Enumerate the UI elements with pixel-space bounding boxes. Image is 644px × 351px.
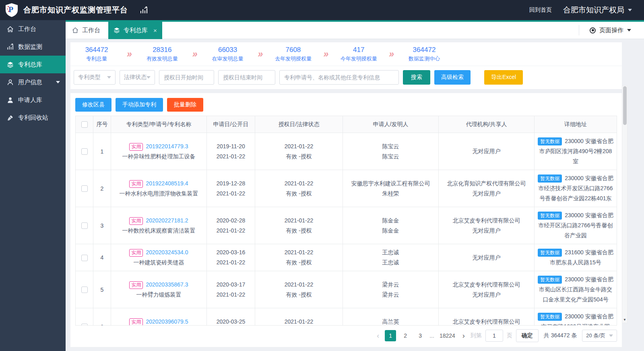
- apply-date: 2020-03-25: [209, 317, 252, 326]
- sidebar-item-patent-library[interactable]: 专利总库: [0, 56, 66, 73]
- org-name: 合肥市知识产权局: [563, 5, 624, 15]
- patent-table: 序号 专利类型/申请号/专利名称 申请日/公开日 授权日/法律状态 申请人/发明…: [75, 116, 617, 326]
- applicant-name: 安徽思宇水利建设工程有限公司: [345, 179, 436, 189]
- scrollbar-down-arrow-icon[interactable]: ▼: [622, 318, 627, 322]
- sidebar-item-user-info[interactable]: 用户信息: [0, 73, 66, 91]
- legal-status-select[interactable]: 法律状态: [120, 70, 155, 85]
- cell-select: [76, 308, 93, 326]
- cell-select: [76, 207, 93, 244]
- cell-select: [76, 244, 93, 271]
- vertical-scrollbar[interactable]: ▼: [622, 85, 627, 323]
- grant-date: 2021-01-22: [258, 141, 340, 152]
- sidebar-item-workbench[interactable]: 工作台: [0, 20, 66, 38]
- goto-page-input[interactable]: [485, 330, 503, 342]
- prev-page-button[interactable]: ‹: [375, 332, 381, 340]
- applicant-name: 高兰英: [345, 317, 436, 326]
- org-dropdown[interactable]: 合肥市知识产权局: [563, 5, 632, 15]
- patent-name: 一种臂力锻炼装置: [114, 290, 204, 300]
- legal-status: 有效 -授权: [258, 189, 340, 199]
- tab-workbench[interactable]: 工作台: [72, 27, 100, 34]
- select-all-checkbox[interactable]: [81, 121, 88, 128]
- stat-pending-inventions[interactable]: 66033 在审发明总量: [203, 46, 252, 62]
- agency-name: 北京化育知识产权代理有限公司: [441, 179, 532, 189]
- agency-user: 无对应用户: [441, 189, 532, 199]
- page-actions-dropdown[interactable]: 页面操作: [579, 25, 631, 35]
- scrollbar-thumb[interactable]: [623, 86, 627, 125]
- stat-label: 今年发明授权量: [334, 55, 383, 62]
- select-value: 法律状态: [124, 74, 147, 81]
- goto-label: 到第: [471, 332, 482, 339]
- layers-icon: [7, 61, 14, 68]
- tab-patent-library[interactable]: 专利总库 ×: [108, 22, 162, 39]
- sidebar-item-data-monitor[interactable]: 数据监测: [0, 38, 66, 56]
- close-icon[interactable]: ×: [153, 27, 157, 34]
- applicant-name: 陈金金: [345, 216, 436, 226]
- search-button[interactable]: 搜索: [403, 70, 430, 85]
- header-agency: 代理机构/共享人: [439, 116, 535, 133]
- patent-number-link[interactable]: 202020335867.3: [146, 281, 188, 288]
- row-checkbox[interactable]: [81, 255, 88, 261]
- page-number-last[interactable]: 18224: [438, 330, 457, 341]
- patent-number-link[interactable]: 202020396079.5: [146, 318, 188, 325]
- patent-number-link[interactable]: 201922408519.4: [146, 180, 188, 187]
- sidebar-item-applicant-library[interactable]: 申请人库: [0, 91, 66, 109]
- chevrons-right-icon: »: [127, 49, 132, 60]
- svg-text:P: P: [8, 5, 13, 14]
- patent-number-link[interactable]: 201922014779.3: [146, 143, 188, 150]
- chevrons-right-icon: »: [323, 49, 328, 60]
- stat-label: 在审发明总量: [203, 55, 252, 62]
- cell-patent: 实用202020324534.0 一种建筑瓷砖美缝器: [111, 244, 207, 271]
- cell-applicant: 陈宝云 陈宝云: [343, 133, 439, 170]
- advanced-search-button[interactable]: 高级检索: [434, 70, 471, 85]
- back-home-link[interactable]: 回到首页: [529, 6, 552, 14]
- grant-start-date-input[interactable]: [159, 70, 214, 85]
- sidebar-item-label: 专利总库: [18, 61, 42, 69]
- no-data-badge: 暂无数据: [538, 276, 562, 284]
- sidebar-item-recycle-bin[interactable]: 专利回收站: [0, 109, 66, 127]
- stat-data-monitor-center[interactable]: 364472 数据监测中心: [400, 46, 449, 62]
- page-number-3[interactable]: 3: [415, 330, 426, 341]
- sidebar-item-label: 用户信息: [18, 79, 42, 86]
- page-number-2[interactable]: 2: [400, 330, 411, 341]
- pagination-bar: ‹ 1 2 3 ... 18224 › 到第 页 确定 共 364472 条 2…: [75, 326, 617, 342]
- patent-number-link[interactable]: 202020227181.2: [146, 217, 188, 224]
- grant-date: 2021-01-22: [258, 247, 340, 258]
- next-page-button[interactable]: ›: [460, 332, 467, 340]
- edit-district-button[interactable]: 修改区县: [75, 98, 111, 112]
- patent-number-link[interactable]: 202020324534.0: [146, 249, 188, 255]
- chevron-down-icon: [628, 9, 632, 11]
- page-number-1[interactable]: 1: [385, 330, 396, 341]
- cell-address: 暂无数据230000 安徽省合肥市蜀山区长江西路与金牛路交口金水里文化产业园50…: [535, 271, 617, 308]
- cell-select: [76, 133, 93, 170]
- stat-last-year-grants[interactable]: 7608 去年发明授权量: [268, 46, 318, 62]
- row-checkbox[interactable]: [81, 185, 88, 192]
- row-checkbox[interactable]: [81, 148, 88, 155]
- add-patent-button[interactable]: 手动添加专利: [116, 98, 163, 112]
- grant-end-date-input[interactable]: [218, 70, 275, 85]
- export-excel-button[interactable]: 导出Excel: [484, 70, 523, 85]
- total-count-label: 共 364472 条: [544, 332, 577, 339]
- cell-agency: 无对应用户: [439, 133, 535, 170]
- patent-type-select[interactable]: 专利类型: [74, 70, 116, 85]
- header-select-all: [76, 116, 93, 133]
- header-applicant: 申请人/发明人: [343, 116, 439, 133]
- sidebar-item-label: 工作台: [18, 25, 36, 33]
- cell-dates: 2020-03-16 2021-01-22: [207, 244, 255, 271]
- row-checkbox[interactable]: [81, 222, 88, 229]
- cell-address: 暂无数据231600 安徽省合肥市肥东县人民路15号: [535, 244, 617, 271]
- row-checkbox[interactable]: [81, 287, 88, 293]
- stat-label: 有效发明总量: [138, 55, 187, 62]
- page-size-select[interactable]: 20 条/页: [582, 330, 617, 342]
- keyword-search-input[interactable]: [279, 70, 399, 85]
- stat-valid-inventions[interactable]: 28316 有效发明总量: [138, 46, 187, 62]
- stat-value: 66033: [203, 46, 252, 54]
- stat-total-patents[interactable]: 364472 专利总量: [72, 46, 121, 62]
- batch-delete-button[interactable]: 批量删除: [167, 98, 203, 112]
- no-data-badge: 暂无数据: [538, 212, 562, 220]
- chevrons-right-icon: »: [258, 49, 263, 60]
- confirm-button[interactable]: 确定: [516, 329, 539, 342]
- page-actions-label: 页面操作: [599, 27, 623, 34]
- stat-this-year-grants[interactable]: 417 今年发明授权量: [334, 46, 383, 62]
- patent-type-tag: 实用: [129, 217, 143, 225]
- chevron-down-icon: [107, 76, 111, 79]
